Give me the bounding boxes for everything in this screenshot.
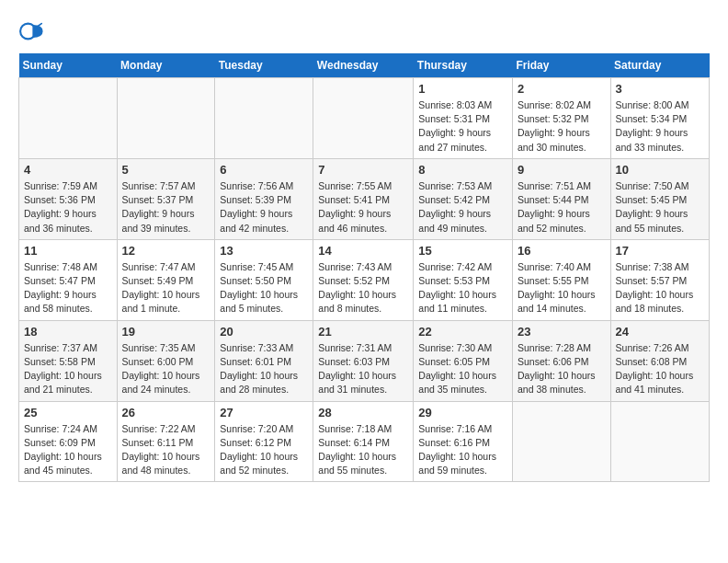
day-number: 21 (318, 325, 408, 339)
day-info: Sunrise: 7:51 AM Sunset: 5:44 PM Dayligh… (518, 179, 606, 236)
logo-icon (18, 18, 44, 44)
day-number: 10 (616, 163, 704, 177)
day-info: Sunrise: 7:48 AM Sunset: 5:47 PM Dayligh… (24, 260, 112, 316)
day-cell: 6Sunrise: 7:56 AM Sunset: 5:39 PM Daylig… (215, 158, 313, 239)
col-header-friday: Friday (512, 53, 610, 78)
day-cell: 21Sunrise: 7:31 AM Sunset: 6:03 PM Dayli… (313, 320, 414, 401)
day-number: 25 (24, 406, 112, 419)
day-cell: 27Sunrise: 7:20 AM Sunset: 6:12 PM Dayli… (215, 401, 313, 482)
day-number: 18 (24, 325, 112, 339)
day-cell: 9Sunrise: 7:51 AM Sunset: 5:44 PM Daylig… (512, 158, 610, 239)
week-row-4: 18Sunrise: 7:37 AM Sunset: 5:58 PM Dayli… (19, 320, 710, 401)
day-info: Sunrise: 7:47 AM Sunset: 5:49 PM Dayligh… (122, 260, 210, 316)
day-number: 26 (122, 406, 210, 419)
day-number: 29 (418, 406, 507, 419)
day-number: 8 (418, 163, 507, 177)
week-row-3: 11Sunrise: 7:48 AM Sunset: 5:47 PM Dayli… (19, 239, 710, 320)
day-cell: 26Sunrise: 7:22 AM Sunset: 6:11 PM Dayli… (117, 401, 215, 482)
day-cell: 16Sunrise: 7:40 AM Sunset: 5:55 PM Dayli… (512, 239, 610, 320)
day-cell: 13Sunrise: 7:45 AM Sunset: 5:50 PM Dayli… (215, 239, 313, 320)
calendar-table: SundayMondayTuesdayWednesdayThursdayFrid… (18, 53, 710, 482)
day-cell: 19Sunrise: 7:35 AM Sunset: 6:00 PM Dayli… (117, 320, 215, 401)
day-cell: 3Sunrise: 8:00 AM Sunset: 5:34 PM Daylig… (610, 78, 709, 159)
day-cell: 4Sunrise: 7:59 AM Sunset: 5:36 PM Daylig… (19, 158, 118, 239)
calendar-header-row: SundayMondayTuesdayWednesdayThursdayFrid… (19, 53, 710, 78)
day-info: Sunrise: 8:02 AM Sunset: 5:32 PM Dayligh… (518, 98, 606, 155)
week-row-5: 25Sunrise: 7:24 AM Sunset: 6:09 PM Dayli… (19, 401, 710, 482)
day-info: Sunrise: 7:55 AM Sunset: 5:41 PM Dayligh… (318, 179, 408, 236)
day-number: 14 (318, 244, 408, 258)
week-row-2: 4Sunrise: 7:59 AM Sunset: 5:36 PM Daylig… (19, 158, 710, 239)
day-cell (610, 401, 709, 482)
day-number: 6 (220, 163, 308, 177)
day-info: Sunrise: 7:20 AM Sunset: 6:12 PM Dayligh… (220, 422, 308, 478)
day-number: 12 (122, 244, 210, 258)
day-number: 13 (220, 244, 308, 258)
day-info: Sunrise: 7:57 AM Sunset: 5:37 PM Dayligh… (122, 179, 210, 236)
day-cell: 24Sunrise: 7:26 AM Sunset: 6:08 PM Dayli… (610, 320, 709, 401)
day-number: 5 (122, 163, 210, 177)
day-number: 16 (518, 244, 606, 258)
col-header-thursday: Thursday (414, 53, 513, 78)
day-number: 2 (518, 82, 606, 96)
day-number: 7 (318, 163, 408, 177)
day-cell: 25Sunrise: 7:24 AM Sunset: 6:09 PM Dayli… (19, 401, 118, 482)
day-cell: 22Sunrise: 7:30 AM Sunset: 6:05 PM Dayli… (414, 320, 513, 401)
day-info: Sunrise: 7:18 AM Sunset: 6:14 PM Dayligh… (318, 422, 408, 478)
day-number: 9 (518, 163, 606, 177)
day-cell: 1Sunrise: 8:03 AM Sunset: 5:31 PM Daylig… (414, 78, 513, 159)
day-number: 23 (518, 325, 606, 339)
day-cell: 11Sunrise: 7:48 AM Sunset: 5:47 PM Dayli… (19, 239, 118, 320)
day-cell: 2Sunrise: 8:02 AM Sunset: 5:32 PM Daylig… (512, 78, 610, 159)
day-info: Sunrise: 7:26 AM Sunset: 6:08 PM Dayligh… (616, 341, 704, 397)
day-cell (19, 78, 118, 159)
day-cell: 8Sunrise: 7:53 AM Sunset: 5:42 PM Daylig… (414, 158, 513, 239)
day-info: Sunrise: 8:03 AM Sunset: 5:31 PM Dayligh… (418, 98, 507, 155)
day-cell (215, 78, 313, 159)
day-cell: 5Sunrise: 7:57 AM Sunset: 5:37 PM Daylig… (117, 158, 215, 239)
week-row-1: 1Sunrise: 8:03 AM Sunset: 5:31 PM Daylig… (19, 78, 710, 159)
day-number: 1 (418, 82, 507, 96)
day-info: Sunrise: 7:38 AM Sunset: 5:57 PM Dayligh… (616, 260, 704, 316)
col-header-wednesday: Wednesday (313, 53, 414, 78)
day-cell: 17Sunrise: 7:38 AM Sunset: 5:57 PM Dayli… (610, 239, 709, 320)
col-header-saturday: Saturday (610, 53, 709, 78)
day-number: 27 (220, 406, 308, 419)
day-cell: 18Sunrise: 7:37 AM Sunset: 5:58 PM Dayli… (19, 320, 118, 401)
day-info: Sunrise: 7:53 AM Sunset: 5:42 PM Dayligh… (418, 179, 507, 236)
day-number: 17 (616, 244, 704, 258)
day-info: Sunrise: 7:22 AM Sunset: 6:11 PM Dayligh… (122, 422, 210, 478)
day-info: Sunrise: 7:37 AM Sunset: 5:58 PM Dayligh… (24, 341, 112, 397)
day-info: Sunrise: 8:00 AM Sunset: 5:34 PM Dayligh… (616, 98, 704, 155)
day-cell: 28Sunrise: 7:18 AM Sunset: 6:14 PM Dayli… (313, 401, 414, 482)
day-cell (117, 78, 215, 159)
day-cell: 20Sunrise: 7:33 AM Sunset: 6:01 PM Dayli… (215, 320, 313, 401)
day-info: Sunrise: 7:31 AM Sunset: 6:03 PM Dayligh… (318, 341, 408, 397)
day-info: Sunrise: 7:30 AM Sunset: 6:05 PM Dayligh… (418, 341, 507, 397)
day-info: Sunrise: 7:56 AM Sunset: 5:39 PM Dayligh… (220, 179, 308, 236)
day-info: Sunrise: 7:50 AM Sunset: 5:45 PM Dayligh… (616, 179, 704, 236)
day-info: Sunrise: 7:59 AM Sunset: 5:36 PM Dayligh… (24, 179, 112, 236)
day-info: Sunrise: 7:28 AM Sunset: 6:06 PM Dayligh… (518, 341, 606, 397)
day-cell: 10Sunrise: 7:50 AM Sunset: 5:45 PM Dayli… (610, 158, 709, 239)
page-header (18, 18, 710, 44)
day-cell: 23Sunrise: 7:28 AM Sunset: 6:06 PM Dayli… (512, 320, 610, 401)
day-number: 22 (418, 325, 507, 339)
day-cell: 29Sunrise: 7:16 AM Sunset: 6:16 PM Dayli… (414, 401, 513, 482)
day-number: 28 (318, 406, 408, 419)
day-info: Sunrise: 7:43 AM Sunset: 5:52 PM Dayligh… (318, 260, 408, 316)
day-info: Sunrise: 7:33 AM Sunset: 6:01 PM Dayligh… (220, 341, 308, 397)
day-info: Sunrise: 7:35 AM Sunset: 6:00 PM Dayligh… (122, 341, 210, 397)
day-info: Sunrise: 7:24 AM Sunset: 6:09 PM Dayligh… (24, 422, 112, 478)
logo (18, 18, 48, 44)
day-number: 15 (418, 244, 507, 258)
day-cell: 7Sunrise: 7:55 AM Sunset: 5:41 PM Daylig… (313, 158, 414, 239)
day-number: 24 (616, 325, 704, 339)
day-info: Sunrise: 7:45 AM Sunset: 5:50 PM Dayligh… (220, 260, 308, 316)
col-header-sunday: Sunday (19, 53, 118, 78)
col-header-tuesday: Tuesday (215, 53, 313, 78)
day-number: 3 (616, 82, 704, 96)
day-cell: 14Sunrise: 7:43 AM Sunset: 5:52 PM Dayli… (313, 239, 414, 320)
day-info: Sunrise: 7:16 AM Sunset: 6:16 PM Dayligh… (418, 422, 507, 478)
day-cell (512, 401, 610, 482)
